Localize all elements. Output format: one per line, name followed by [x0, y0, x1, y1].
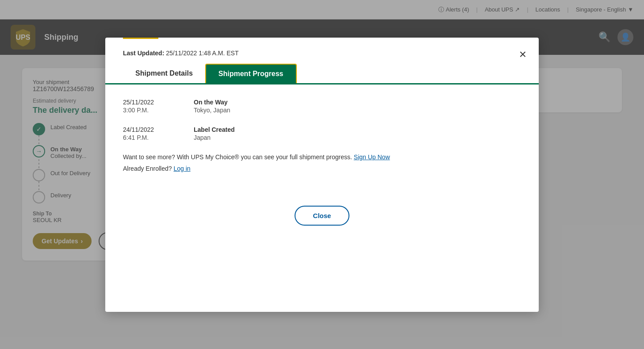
modal-close-action: Close — [105, 206, 539, 226]
progress-event-2: 24/11/2022 6:41 P.M. Label Created Japan — [123, 126, 521, 141]
event-1-status: On the Way — [194, 99, 230, 106]
close-modal-button[interactable]: Close — [295, 206, 350, 226]
progress-event-1: 25/11/2022 3:00 P.M. On the Way Tokyo, J… — [123, 99, 521, 114]
modal-tabs: Shipment Details Shipment Progress — [105, 64, 539, 84]
last-updated: Last Updated: 25/11/2022 1:48 A.M. EST — [105, 39, 539, 64]
last-updated-label: Last Updated: — [123, 50, 164, 57]
event-2-date: 24/11/2022 — [123, 126, 176, 133]
event-1-time: 3:00 P.M. — [123, 107, 176, 114]
modal-overlay: × Last Updated: 25/11/2022 1:48 A.M. EST… — [0, 0, 644, 349]
last-updated-value: 25/11/2022 1:48 A.M. EST — [166, 50, 238, 57]
event-1-datetime: 25/11/2022 3:00 P.M. — [123, 99, 176, 114]
event-1-date: 25/11/2022 — [123, 99, 176, 106]
modal-content: 25/11/2022 3:00 P.M. On the Way Tokyo, J… — [105, 84, 539, 197]
upsmc-promo-text: Want to see more? With UPS My Choice® yo… — [123, 153, 521, 161]
event-1-location: Tokyo, Japan — [194, 107, 230, 114]
event-2-location: Japan — [194, 134, 235, 141]
sign-up-now-link[interactable]: Sign Up Now — [354, 153, 390, 161]
event-2-status: Label Created — [194, 126, 235, 133]
event-2-info: Label Created Japan — [194, 126, 235, 141]
tab-shipment-progress[interactable]: Shipment Progress — [205, 64, 297, 83]
event-2-time: 6:41 P.M. — [123, 134, 176, 141]
log-in-link[interactable]: Log in — [173, 165, 190, 172]
tab-shipment-details[interactable]: Shipment Details — [123, 64, 205, 83]
event-2-datetime: 24/11/2022 6:41 P.M. — [123, 126, 176, 141]
modal-close-button[interactable]: × — [519, 48, 526, 61]
event-1-info: On the Way Tokyo, Japan — [194, 99, 230, 114]
shipment-progress-modal: × Last Updated: 25/11/2022 1:48 A.M. EST… — [105, 38, 539, 312]
already-enrolled-text: Already Enrolled? Log in — [123, 165, 521, 172]
